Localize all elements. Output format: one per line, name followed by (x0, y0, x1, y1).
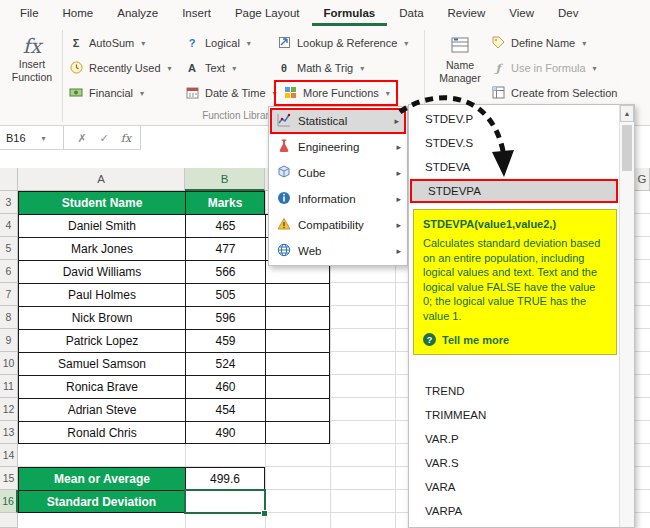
cell-c12[interactable] (265, 398, 330, 421)
row-header-16[interactable]: 16 (0, 490, 18, 513)
tab-home[interactable]: Home (51, 0, 106, 26)
submenu-item-stdevpa[interactable]: STDEVPA (410, 179, 618, 203)
row-header-9[interactable]: 9 (0, 329, 18, 352)
cell-c7[interactable] (265, 283, 330, 306)
row-header-11[interactable]: 11 (0, 375, 18, 398)
tab-formulas[interactable]: Formulas (312, 0, 388, 26)
insert-function-fx-icon[interactable]: fx (116, 126, 136, 150)
cell-c10[interactable] (265, 352, 330, 375)
autosum-button[interactable]: Σ AutoSum▾ (68, 32, 145, 54)
lookup-reference-button[interactable]: Lookup & Reference▾ (276, 32, 408, 54)
cell-c8[interactable] (265, 306, 330, 329)
cell-a3-student-name[interactable]: Student Name (18, 191, 185, 214)
tab-file[interactable]: File (8, 0, 51, 26)
define-name-button[interactable]: Define Name▾ (490, 32, 586, 54)
cell-b3-marks[interactable]: Marks (185, 191, 265, 214)
row-header-4[interactable]: 4 (0, 214, 18, 237)
cell-b7[interactable]: 505 (185, 283, 265, 306)
row-header-12[interactable]: 12 (0, 398, 18, 421)
text-button[interactable]: A Text▾ (184, 57, 236, 79)
cell-a6[interactable]: David Williams (18, 260, 185, 283)
tab-data[interactable]: Data (387, 0, 435, 26)
row-header-7[interactable]: 7 (0, 283, 18, 306)
submenu-item-weibull-dist[interactable]: WEIBULL.DIST (409, 523, 619, 528)
cell-b5[interactable]: 477 (185, 237, 265, 260)
cell-b13[interactable]: 490 (185, 421, 265, 444)
submenu-item-stdev-p[interactable]: STDEV.P (409, 107, 619, 131)
tab-view[interactable]: View (497, 0, 546, 26)
cell-b10[interactable]: 524 (185, 352, 265, 375)
menu-item-cube[interactable]: Cube ▸ (270, 160, 406, 186)
logical-button[interactable]: ? Logical▾ (184, 32, 251, 54)
tab-page-layout[interactable]: Page Layout (223, 0, 312, 26)
insert-function-button[interactable]: fx Insert Function (4, 34, 60, 84)
more-functions-button[interactable]: More Functions▾ (274, 80, 398, 106)
enter-icon[interactable]: ✓ (94, 126, 114, 150)
cell-b9[interactable]: 459 (185, 329, 265, 352)
column-header-a[interactable]: A (18, 168, 185, 191)
menu-item-compatibility[interactable]: Compatibility ▸ (270, 212, 406, 238)
cell-a7[interactable]: Paul Holmes (18, 283, 185, 306)
fill-handle[interactable] (261, 510, 268, 517)
scroll-up-button[interactable]: ▲ (620, 105, 634, 122)
financial-button[interactable]: Financial▾ (68, 82, 144, 104)
submenu-item-vara[interactable]: VARA (409, 475, 619, 499)
cell-a16-stdev-label[interactable]: Standard Deviation (18, 490, 185, 513)
menu-item-web[interactable]: Web ▸ (270, 238, 406, 264)
cell-b4[interactable]: 465 (185, 214, 265, 237)
math-trig-button[interactable]: θ Math & Trig▾ (276, 57, 364, 79)
cell-a5[interactable]: Mark Jones (18, 237, 185, 260)
cell-b6[interactable]: 566 (185, 260, 265, 283)
row-header-13[interactable]: 13 (0, 421, 18, 444)
tab-analyze[interactable]: Analyze (105, 0, 170, 26)
select-all-corner[interactable] (0, 168, 18, 191)
submenu-item-var-s[interactable]: VAR.S (409, 451, 619, 475)
column-header-b[interactable]: B (185, 168, 265, 191)
cell-c13[interactable] (265, 421, 330, 444)
row-header-14[interactable]: 14 (0, 444, 18, 467)
menu-item-statistical[interactable]: Statistical ▸ (270, 108, 406, 134)
tab-developer[interactable]: Dev (546, 0, 590, 26)
tab-insert[interactable]: Insert (170, 0, 223, 26)
selected-cell-b16[interactable] (184, 489, 266, 514)
column-header-g[interactable]: G (635, 168, 650, 191)
submenu-item-stdev-s[interactable]: STDEV.S (409, 131, 619, 155)
cell-b15-mean-value[interactable]: 499.6 (185, 467, 265, 490)
row-header-3[interactable]: 3 (0, 191, 18, 214)
row-header-8[interactable]: 8 (0, 306, 18, 329)
row-header-15[interactable]: 15 (0, 467, 18, 490)
cell-b11[interactable]: 460 (185, 375, 265, 398)
row-header-10[interactable]: 10 (0, 352, 18, 375)
menu-item-information[interactable]: Information ▸ (270, 186, 406, 212)
name-manager-button[interactable]: Name Manager (432, 34, 488, 85)
cell-b12[interactable]: 454 (185, 398, 265, 421)
cell-b8[interactable]: 596 (185, 306, 265, 329)
cell-a9[interactable]: Patrick Lopez (18, 329, 185, 352)
submenu-scrollbar[interactable]: ▲ (619, 105, 634, 528)
submenu-item-varpa[interactable]: VARPA (409, 499, 619, 523)
recently-used-button[interactable]: Recently Used▾ (68, 57, 172, 79)
submenu-item-trend[interactable]: TREND (409, 379, 619, 403)
cell-a13[interactable]: Ronald Chris (18, 421, 185, 444)
tell-me-more-link[interactable]: ? Tell me more (423, 333, 607, 346)
submenu-item-stdeva[interactable]: STDEVA (409, 155, 619, 179)
create-from-selection-button[interactable]: Create from Selection (490, 82, 617, 104)
row-header-6[interactable]: 6 (0, 260, 18, 283)
date-time-button[interactable]: Date & Time▾ (184, 82, 277, 104)
scrollbar-thumb[interactable] (622, 125, 632, 171)
use-in-formula-button[interactable]: ƒ Use in Formula▾ (490, 57, 597, 79)
cell-a15-mean-label[interactable]: Mean or Average (18, 467, 185, 490)
cell-a8[interactable]: Nick Brown (18, 306, 185, 329)
menu-item-engineering[interactable]: Engineering ▸ (270, 134, 406, 160)
name-box[interactable]: B16 ▾ (0, 126, 64, 150)
row-header-5[interactable]: 5 (0, 237, 18, 260)
cancel-icon[interactable]: ✗ (72, 126, 92, 150)
cell-a10[interactable]: Samuel Samson (18, 352, 185, 375)
cell-c11[interactable] (265, 375, 330, 398)
cell-a11[interactable]: Ronica Brave (18, 375, 185, 398)
cell-a4[interactable]: Daniel Smith (18, 214, 185, 237)
tab-review[interactable]: Review (436, 0, 498, 26)
submenu-item-trimmean[interactable]: TRIMMEAN (409, 403, 619, 427)
cell-a12[interactable]: Adrian Steve (18, 398, 185, 421)
submenu-item-var-p[interactable]: VAR.P (409, 427, 619, 451)
